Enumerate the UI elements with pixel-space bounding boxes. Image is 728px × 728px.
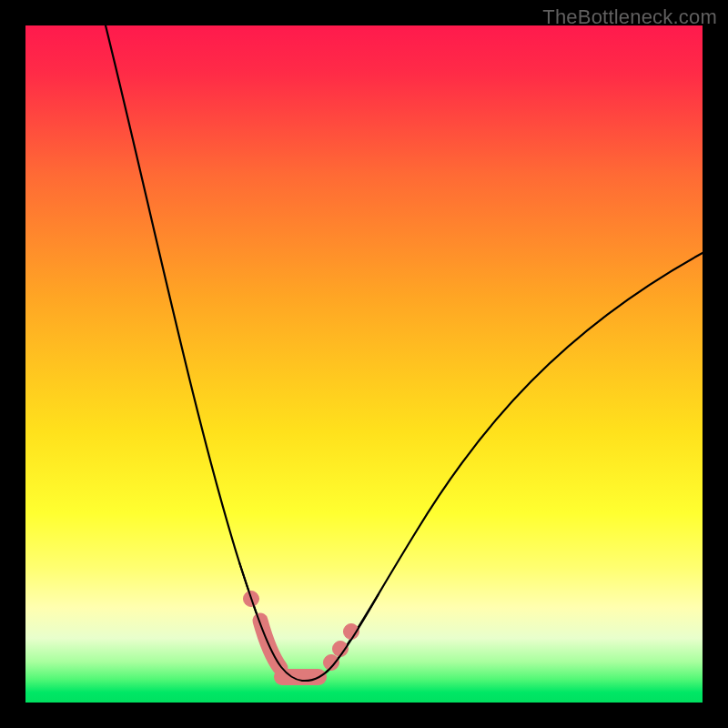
plot-area [25,25,703,703]
trough-markers [244,592,359,678]
chart-container: TheBottleneck.com [0,0,728,728]
bottleneck-curve [106,25,703,681]
bottleneck-curve-top [239,562,379,681]
curve-overlay [25,25,703,703]
watermark-text: TheBottleneck.com [542,5,717,29]
